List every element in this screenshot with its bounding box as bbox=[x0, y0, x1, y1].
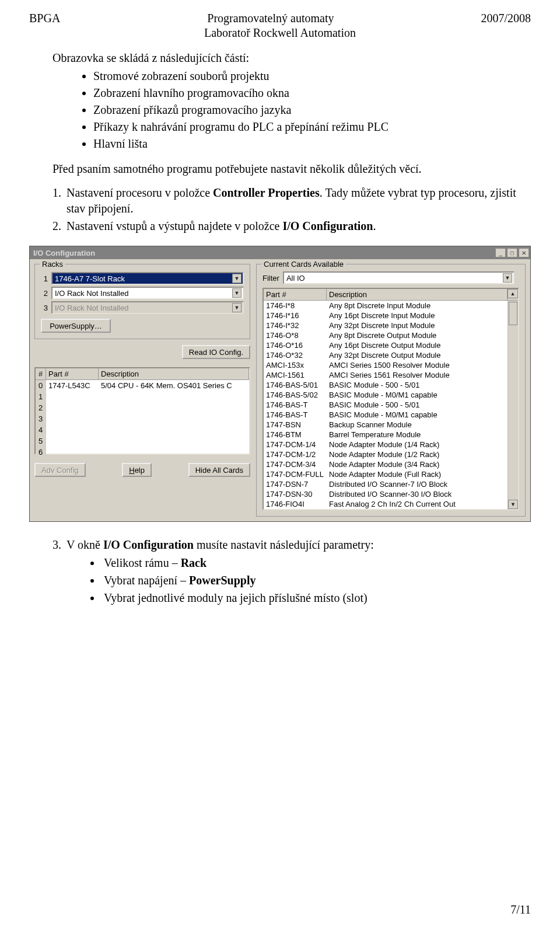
list-item[interactable]: 1746-BAS-TBASIC Module - 500 - 5/01 bbox=[264, 400, 508, 410]
available-cards-table[interactable]: Part # Description ▲ 1746-I*8Any 8pt Dis… bbox=[262, 288, 519, 510]
filter-combo[interactable]: All IO ▼ bbox=[283, 271, 514, 284]
table-row[interactable]: 2 bbox=[36, 402, 249, 413]
cards-part-head: Part # bbox=[264, 289, 327, 300]
list-item[interactable]: 1747-DSN-7Distributed I/O Scanner-7 I/O … bbox=[264, 479, 508, 489]
minimize-button[interactable]: _ bbox=[495, 248, 506, 257]
table-row[interactable]: 3 bbox=[36, 413, 249, 424]
scroll-thumb[interactable] bbox=[509, 302, 517, 325]
row-desc bbox=[99, 402, 249, 413]
num1-bold: Controller Properties bbox=[213, 186, 320, 199]
row-part bbox=[46, 391, 99, 402]
card-part: 1746-I*16 bbox=[264, 311, 327, 320]
rack-1-combo[interactable]: 1746-A7 7-Slot Rack ▼ bbox=[51, 272, 244, 285]
scroll-up-button[interactable]: ▲ bbox=[508, 289, 518, 300]
list-item[interactable]: 1747-DCM-1/2Node Adapter Module (1/2 Rac… bbox=[264, 449, 508, 459]
rack-1-value: 1746-A7 7-Slot Rack bbox=[55, 274, 125, 283]
rack-3-value: I/O Rack Not Installed bbox=[55, 304, 128, 312]
cards-group: Current Cards Available Filter All IO ▼ … bbox=[256, 264, 526, 517]
powersupply-button[interactable]: PowerSupply… bbox=[41, 319, 111, 333]
list-item[interactable]: 1746-BTMBarrel Temperature Module bbox=[264, 430, 508, 440]
row-n: 0 bbox=[36, 380, 46, 391]
list-item[interactable]: 1746-I*8Any 8pt Discrete Input Module bbox=[264, 301, 508, 311]
row-n: 1 bbox=[36, 391, 46, 402]
card-part: 1747-DCM-1/4 bbox=[264, 440, 327, 449]
hide-cards-button[interactable]: Hide All Cards bbox=[188, 463, 250, 477]
titlebar[interactable]: I/O Configuration _ □ ✕ bbox=[30, 246, 530, 259]
row-desc bbox=[99, 447, 249, 458]
card-desc: BASIC Module - 500 - 5/01 bbox=[327, 380, 508, 390]
card-part: 1747-DCM-3/4 bbox=[264, 459, 327, 469]
cards-desc-head: Description bbox=[327, 289, 508, 300]
card-part: 1746-BAS-5/01 bbox=[264, 380, 327, 390]
filter-label: Filter bbox=[262, 274, 279, 283]
bullet-item: Zobrazení hlavního programovacího okna bbox=[93, 85, 531, 101]
card-desc: Node Adapter Module (3/4 Rack) bbox=[327, 459, 508, 469]
list-item[interactable]: 1746-BAS-TBASIC Module - M0/M1 capable bbox=[264, 410, 508, 420]
list-item[interactable]: 1746-O*32Any 32pt Discrete Output Module bbox=[264, 350, 508, 360]
card-part: AMCI-1561 bbox=[264, 370, 327, 380]
list-item[interactable]: 1746-O*8Any 8pt Discrete Output Module bbox=[264, 330, 508, 340]
list-item[interactable]: 1747-BSNBackup Scanner Module bbox=[264, 420, 508, 430]
rack-2-combo[interactable]: I/O Rack Not Installed ▼ bbox=[51, 287, 244, 299]
list-item[interactable]: 1746-FIO4IFast Analog 2 Ch In/2 Ch Curre… bbox=[264, 499, 508, 509]
rack-num: 2 bbox=[41, 289, 48, 298]
maximize-button[interactable]: □ bbox=[507, 248, 517, 257]
card-part: 1746-O*16 bbox=[264, 340, 327, 350]
card-desc: Node Adapter Module (1/4 Rack) bbox=[327, 440, 508, 449]
header-left: BPGA bbox=[29, 12, 60, 25]
table-row[interactable]: 4 bbox=[36, 424, 249, 435]
numbered-item-2: Nastavení vstupů a výstupů najdete v pol… bbox=[64, 218, 531, 234]
row-n: 6 bbox=[36, 447, 46, 458]
list-item[interactable]: AMCI-153xAMCI Series 1500 Resolver Modul… bbox=[264, 360, 508, 370]
help-button[interactable]: Help bbox=[122, 463, 152, 477]
list-item[interactable]: 1747-DCM-3/4Node Adapter Module (3/4 Rac… bbox=[264, 459, 508, 469]
cards-legend: Current Cards Available bbox=[261, 260, 346, 269]
row-desc bbox=[99, 435, 249, 447]
card-part: 1746-I*8 bbox=[264, 301, 327, 311]
list-item[interactable]: 1747-DSN-30Distributed I/O Scanner-30 I/… bbox=[264, 489, 508, 499]
list-item[interactable]: 1747-DCM-FULLNode Adapter Module (Full R… bbox=[264, 469, 508, 479]
row-desc bbox=[99, 391, 249, 402]
card-desc: Distributed I/O Scanner-30 I/O Block bbox=[327, 489, 508, 499]
table-row[interactable]: 1 bbox=[36, 391, 249, 402]
card-desc: Node Adapter Module (Full Rack) bbox=[327, 469, 508, 479]
row-part: 1747-L543C bbox=[46, 380, 99, 391]
num3-bold: I/O Configuration bbox=[103, 538, 194, 551]
table-row[interactable]: 6 bbox=[36, 447, 249, 458]
num3-post: musíte nastavit následující parametry: bbox=[194, 538, 374, 551]
card-desc: Any 32pt Discrete Input Module bbox=[327, 320, 508, 330]
card-part: 1746-O*32 bbox=[264, 350, 327, 360]
row-n: 5 bbox=[36, 435, 46, 447]
vertical-scrollbar[interactable]: ▼ bbox=[508, 301, 518, 509]
row-desc bbox=[99, 413, 249, 424]
card-part: 1746-BAS-T bbox=[264, 410, 327, 420]
chevron-down-icon[interactable]: ▼ bbox=[232, 288, 242, 298]
row-part bbox=[46, 447, 99, 458]
para-before-list: Před psaním samotného programu potřebuje… bbox=[52, 161, 508, 177]
row-part bbox=[46, 435, 99, 447]
table-row[interactable]: 5 bbox=[36, 435, 249, 447]
list-item[interactable]: 1746-O*16Any 16pt Discrete Output Module bbox=[264, 340, 508, 350]
chevron-down-icon[interactable]: ▼ bbox=[232, 274, 242, 283]
list-item[interactable]: 1746-BAS-5/01BASIC Module - 500 - 5/01 bbox=[264, 380, 508, 390]
b2-0-bold: Rack bbox=[181, 556, 206, 569]
num3-pre: V okně bbox=[66, 538, 103, 551]
row-part bbox=[46, 413, 99, 424]
list-item[interactable]: AMCI-1561AMCI Series 1561 Resolver Modul… bbox=[264, 370, 508, 380]
list-item[interactable]: 1747-DCM-1/4Node Adapter Module (1/4 Rac… bbox=[264, 440, 508, 449]
card-desc: Node Adapter Module (1/2 Rack) bbox=[327, 449, 508, 459]
chevron-down-icon[interactable]: ▼ bbox=[503, 273, 512, 283]
num2-bold: I/O Configuration bbox=[282, 219, 373, 232]
card-desc: Backup Scanner Module bbox=[327, 420, 508, 430]
intro-text: Obrazovka se skládá z následujících část… bbox=[52, 50, 508, 66]
list-item[interactable]: 1746-I*16Any 16pt Discrete Input Module bbox=[264, 311, 508, 320]
list-item[interactable]: 1746-BAS-5/02BASIC Module - M0/M1 capabl… bbox=[264, 390, 508, 400]
card-part: AMCI-153x bbox=[264, 360, 327, 370]
row-desc: 5/04 CPU - 64K Mem. OS401 Series C bbox=[99, 380, 249, 391]
close-button[interactable]: ✕ bbox=[519, 248, 529, 257]
table-row[interactable]: 01747-L543C5/04 CPU - 64K Mem. OS401 Ser… bbox=[36, 380, 249, 391]
installed-parts-table[interactable]: # Part # Description 01747-L543C5/04 CPU… bbox=[34, 367, 250, 455]
list-item[interactable]: 1746-I*32Any 32pt Discrete Input Module bbox=[264, 320, 508, 330]
read-io-button[interactable]: Read IO Config. bbox=[182, 345, 250, 359]
scroll-down-button[interactable]: ▼ bbox=[508, 500, 518, 509]
